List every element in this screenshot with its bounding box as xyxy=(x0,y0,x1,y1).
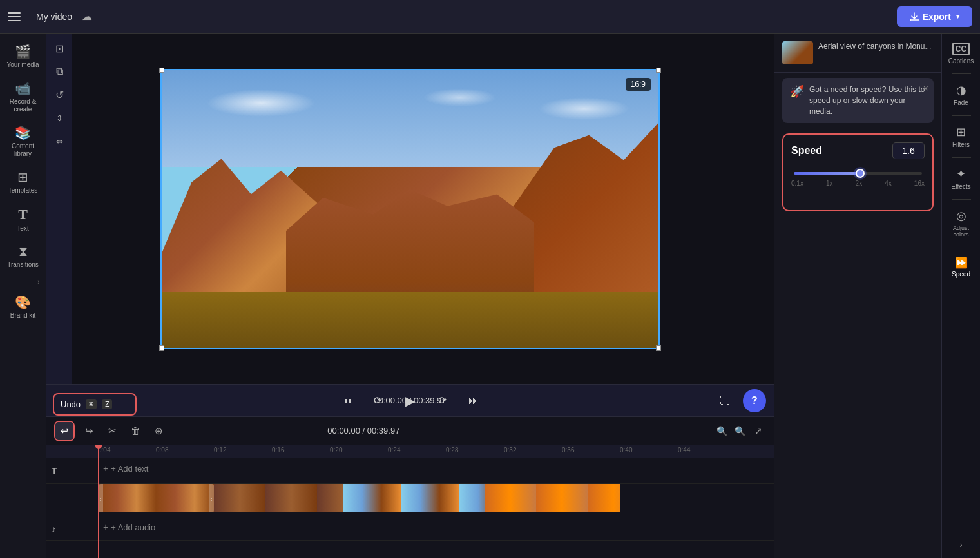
audio-track-row: ♪ + + Add audio xyxy=(46,517,774,541)
speed-slider-track[interactable] xyxy=(794,172,922,175)
adjust-colors-tool[interactable]: ◎ Adjust colors xyxy=(945,205,977,242)
video-content xyxy=(162,70,658,348)
rotate-tool[interactable]: ↺ xyxy=(50,85,69,104)
speed-tool-label: Speed xyxy=(952,271,970,278)
sidebar-item-your-media[interactable]: 🎬 Your media xyxy=(4,39,43,74)
skip-back-button[interactable]: ⏮ xyxy=(337,390,358,411)
zoom-out-button[interactable]: 🔍 xyxy=(715,423,730,439)
text-icon: T xyxy=(18,206,28,223)
playhead[interactable] xyxy=(98,445,99,558)
mirror-vertical-tool[interactable]: ⇕ xyxy=(50,108,69,128)
project-title[interactable]: My video xyxy=(36,12,72,22)
zoom-in-button[interactable]: 🔍 xyxy=(733,423,748,439)
tooltip-close-button[interactable]: × xyxy=(923,83,928,93)
speed-tooltip-bubble: 🚀 Got a need for speed? Use this to spee… xyxy=(782,78,934,123)
toolbar-divider-3 xyxy=(952,157,971,158)
ruler-mark-10: 0:44 xyxy=(678,447,690,454)
undo-key2: Z xyxy=(102,399,113,409)
speed-slider-thumb[interactable] xyxy=(856,169,865,178)
add-audio-button[interactable]: + + Add audio xyxy=(98,517,774,537)
ruler-mark-8: 0:36 xyxy=(562,447,574,454)
redo-button[interactable]: ↪ xyxy=(80,422,98,440)
skip-forward-button[interactable]: ⏭ xyxy=(463,390,484,411)
captions-tool[interactable]: CC Captions xyxy=(945,39,977,68)
sidebar-item-record-label: Record &create xyxy=(10,98,37,113)
timeline-ruler: 0:04 0:08 0:12 0:16 0:20 0:24 0:28 0:32 … xyxy=(46,445,774,458)
delete-button[interactable]: 🗑 xyxy=(126,422,144,440)
timeline-area: Undo ⌘ Z ↩ ↪ ✂ 🗑 ⊕ 00:00.00 / 00:39.97 🔍… xyxy=(46,416,774,558)
right-panel-collapse-button[interactable]: › xyxy=(954,537,969,553)
sidebar-item-transitions-label: Transitions xyxy=(7,261,39,269)
sidebar-item-transitions[interactable]: ⧗ Transitions xyxy=(4,239,43,274)
playback-time: 00:00.00 / 00:39.97 xyxy=(374,396,446,405)
speed-tool[interactable]: ⏩ Speed xyxy=(945,253,977,282)
edit-tools-panel: ⊡ ⧉ ↺ ⇕ ⇔ xyxy=(46,34,72,384)
fit-view-button[interactable]: ⤢ xyxy=(751,423,766,439)
scissors-button[interactable]: ✂ xyxy=(103,422,121,440)
effects-label: Effects xyxy=(951,183,970,190)
clip-info: Aerial view of canyons in Monu... xyxy=(774,34,941,73)
ruler-mark-2: 0:12 xyxy=(214,447,226,454)
help-button[interactable]: ? xyxy=(743,389,766,412)
right-toolbar: CC Captions ◑ Fade ⊞ Filters ✦ Effects ◎… xyxy=(941,34,980,558)
timeline-time: 00:00.00 / 00:39.97 xyxy=(327,426,399,436)
tooltip-text: Got a need for speed? Use this to speed … xyxy=(809,84,926,117)
handle-bottom-left[interactable] xyxy=(159,345,164,351)
topbar: My video ☁ Export ▾ xyxy=(0,0,980,34)
clip-thumbnail xyxy=(782,41,813,64)
export-button[interactable]: Export ▾ xyxy=(897,6,972,27)
brand-kit-icon: 🎨 xyxy=(15,294,31,310)
video-segment-4[interactable] xyxy=(485,484,620,512)
hamburger-menu[interactable] xyxy=(8,8,26,26)
ruler-mark-5: 0:24 xyxy=(388,447,400,454)
text-track-row: T + + Add text xyxy=(46,458,774,484)
sidebar-item-text[interactable]: T Text xyxy=(4,201,43,238)
video-segment-1[interactable]: ⋮ ⋮ xyxy=(98,484,214,512)
transitions-icon: ⧗ xyxy=(19,244,28,259)
video-segment-2[interactable] xyxy=(214,484,343,512)
ruler-mark-4: 0:20 xyxy=(330,447,342,454)
speed-tooltip-container: 🚀 Got a need for speed? Use this to spee… xyxy=(782,78,934,123)
filters-label: Filters xyxy=(952,141,970,148)
video-frame: 16:9 xyxy=(160,69,660,349)
content-library-icon: 📚 xyxy=(15,125,31,140)
speed-tick-16x: 16x xyxy=(914,180,925,187)
add-text-button[interactable]: + + Add text xyxy=(98,458,774,479)
filters-tool[interactable]: ⊞ Filters xyxy=(945,121,977,152)
handle-top-left[interactable] xyxy=(159,68,164,73)
preview-area: ⊡ ⧉ ↺ ⇕ ⇔ 16:9 xyxy=(46,34,774,384)
video-segment-3[interactable] xyxy=(343,484,485,512)
ruler-mark-7: 0:32 xyxy=(504,447,516,454)
text-track-content: + + Add text xyxy=(98,458,774,483)
speed-tick-1x: 1x xyxy=(826,180,833,187)
undo-button[interactable]: ↩ xyxy=(55,422,73,440)
fade-tool[interactable]: ◑ Fade xyxy=(945,79,977,110)
sidebar-item-record-create[interactable]: 📹 Record &create xyxy=(4,75,43,119)
video-track-content: ⋮ ⋮ xyxy=(98,484,774,517)
undo-button-container: Undo ⌘ Z ↩ xyxy=(54,421,75,441)
video-thumbnail-strip[interactable]: ⋮ ⋮ xyxy=(98,484,774,512)
aspect-ratio-badge: 16:9 xyxy=(626,78,651,91)
handle-top-right[interactable] xyxy=(656,68,661,73)
sidebar-item-text-label: Text xyxy=(17,225,28,233)
sidebar-item-templates[interactable]: ⊞ Templates xyxy=(4,164,43,200)
mirror-horizontal-tool[interactable]: ⇔ xyxy=(50,131,69,151)
handle-bottom-right[interactable] xyxy=(656,345,661,351)
crop-tool[interactable]: ⊡ xyxy=(50,39,69,58)
sidebar-item-brand-kit[interactable]: 🎨 Brand kit xyxy=(4,289,43,325)
toolbar-divider-5 xyxy=(952,247,971,247)
undo-tooltip-box: Undo ⌘ Z xyxy=(53,393,137,416)
speed-panel: Speed 1.6 0.1x 1x 2x 4x 16x xyxy=(782,133,934,211)
sidebar-collapse-arrow[interactable]: › xyxy=(4,275,43,288)
transform-tool[interactable]: ⧉ xyxy=(50,62,69,81)
fullscreen-button[interactable]: ⛶ xyxy=(715,390,735,411)
toolbar-divider-1 xyxy=(952,73,971,74)
adjust-colors-icon: ◎ xyxy=(956,209,966,223)
effects-tool[interactable]: ✦ Effects xyxy=(945,163,977,194)
sidebar-item-templates-label: Templates xyxy=(8,187,38,195)
timeline-toolbar: Undo ⌘ Z ↩ ↪ ✂ 🗑 ⊕ 00:00.00 / 00:39.97 🔍… xyxy=(46,417,774,445)
video-track-row: ⋮ ⋮ xyxy=(46,484,774,517)
sidebar-item-content-library[interactable]: 📚 Content library xyxy=(4,120,43,163)
more-options-button[interactable]: ⊕ xyxy=(149,422,168,440)
cloud-save-icon[interactable]: ☁ xyxy=(80,10,94,24)
